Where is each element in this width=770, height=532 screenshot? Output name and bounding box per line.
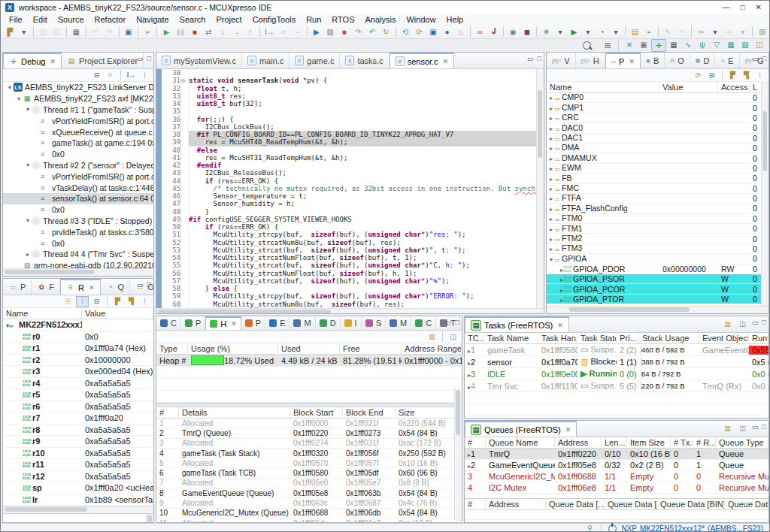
step-return-icon[interactable]: ↑: [244, 26, 257, 38]
twistie-icon[interactable]: ▸: [468, 372, 471, 379]
queue-row[interactable]: 3McuGenericI2C_Mut...0x1fff06881/1Empty0…: [465, 471, 768, 482]
line-number[interactable]: 36: [162, 116, 180, 123]
editor-vscrollbar[interactable]: [536, 69, 544, 308]
register-row[interactable]: 10100101r70x1fff0a20: [3, 413, 153, 425]
tab-console-5-m[interactable]: M: [290, 316, 315, 330]
maximize-view-icon[interactable]: □: [147, 281, 151, 289]
registers-hscrollbar[interactable]: [3, 506, 153, 513]
maximize-window-button[interactable]: □: [741, 3, 745, 11]
peripheral-row[interactable]: ▸⚏CRC0: [547, 113, 768, 123]
alloc-col-details[interactable]: Details: [179, 407, 290, 418]
undo-icon[interactable]: ↶: [89, 26, 102, 38]
menu-project[interactable]: Project: [211, 15, 247, 24]
perspective-save-icon[interactable]: ◫: [753, 39, 766, 50]
minimize-view-icon[interactable]: ▭: [137, 55, 144, 62]
code-line[interactable]: #endif: [189, 162, 544, 169]
refresh-teal-icon[interactable]: ⟲: [399, 26, 412, 38]
forward-dropdown-icon[interactable]: ▾: [737, 26, 750, 38]
tab-console-6-d[interactable]: D: [316, 316, 341, 330]
open-perspective-button[interactable]: ⊞: [601, 40, 614, 51]
coverage-dropdown-icon[interactable]: ▾: [610, 26, 623, 38]
peripheral-row[interactable]: ▸⚏FTFA0: [547, 194, 768, 204]
tab-console-2-h[interactable]: H✕: [205, 316, 241, 330]
detail-vscrollbar[interactable]: [146, 514, 153, 523]
debug-tree-item[interactable]: ≡xQueueReceive() at queue.c:1'422 0xca8: [3, 126, 153, 138]
queue-data-col[interactable]: Queue Data [...: [725, 499, 768, 509]
tab-periph-p[interactable]: ⚏P✕: [605, 53, 641, 68]
periph-col-name[interactable]: Name: [547, 82, 659, 92]
view-menu-icon[interactable]: ⋮: [139, 71, 150, 80]
register-row[interactable]: 10100101r90xa5a5a5a5: [3, 436, 153, 448]
alloc-row[interactable]: 3Allocated0x1fff02740x1fff031f0xac (172 …: [156, 439, 462, 449]
maximize-view-icon[interactable]: □: [456, 319, 459, 326]
queue-row[interactable]: ▸2GameEventQueue0x1fff05e80/320x2 (2 B)0…: [465, 460, 768, 471]
code-line[interactable]: #if configUSE_SEGGER_SYSTEM_VIEWER_HOOKS: [189, 216, 544, 223]
profile-pause-icon[interactable]: ▥: [324, 26, 337, 38]
status-vendor-link[interactable]: NXP: [621, 524, 637, 532]
refresh-icon[interactable]: ⟳: [693, 71, 704, 80]
line-number[interactable]: 41: [162, 154, 180, 162]
debug-tree-item[interactable]: ▾◌Thread #3 3 ("IDLE" : Stopped) (Suspen…: [3, 216, 153, 227]
register-row[interactable]: 10100101r10x1fff0a74 (Hex): [3, 343, 153, 355]
open-folder-icon[interactable]: ▤: [629, 26, 641, 38]
twistie-icon[interactable]: ▸: [468, 360, 471, 367]
queue-row[interactable]: 4I2C Mutex0x1fff06e81/1Empty00Recursive …: [465, 482, 768, 494]
heap-col-free[interactable]: Free: [340, 343, 402, 354]
forward-icon[interactable]: ⇨: [723, 26, 735, 38]
twistie-icon[interactable]: ▾: [15, 95, 23, 102]
queues-col[interactable]: # R...: [693, 437, 716, 448]
queues-col[interactable]: Len...: [602, 437, 627, 448]
line-number[interactable]: 56: [162, 270, 180, 277]
debug-tree-item[interactable]: ▾LSAEMBS_tinyK22_FS23 LinkServer Debug […: [3, 82, 153, 93]
tab-periph-o[interactable]: ⊟O: [665, 53, 690, 68]
menu-search[interactable]: Search: [174, 15, 211, 24]
line-number[interactable]: 42: [162, 162, 180, 169]
twistie-icon[interactable]: ▾: [6, 84, 14, 91]
debug-tree-item[interactable]: ≡0x0: [3, 149, 153, 160]
tab-console-4-e[interactable]: E: [265, 316, 290, 330]
peripheral-row[interactable]: ▸⚏FB0: [547, 174, 768, 183]
periph-col-value[interactable]: Value: [659, 82, 718, 92]
heap-col-range[interactable]: Address Range: [402, 343, 462, 354]
tab-game.c[interactable]: cgame.c: [290, 53, 340, 68]
close-icon[interactable]: ✕: [565, 426, 571, 434]
periph-vscrollbar[interactable]: [761, 81, 768, 306]
columns-icon[interactable]: ▥: [722, 423, 733, 433]
perspective-chip-icon[interactable]: ▦: [667, 39, 681, 50]
register-row[interactable]: 10100101r80xa5a5a5a5: [3, 425, 153, 437]
menu-refactor[interactable]: Refactor: [89, 15, 132, 24]
close-icon[interactable]: ✕: [231, 320, 237, 328]
peripheral-row[interactable]: ▸⚏FTM20: [547, 234, 768, 243]
twistie-icon[interactable]: ▸: [468, 384, 471, 391]
debug-tree-item[interactable]: ▾◌Thread #1 1 ("gameTask" : Suspended) (…: [3, 104, 153, 116]
tab-main.c[interactable]: cmain.c: [242, 53, 290, 68]
alloc-row[interactable]: 10McuGenericI2C_Mutex (Queue)0x1fff06880…: [156, 509, 462, 518]
menu-configtools[interactable]: ConfigTools: [247, 15, 301, 24]
alloc-col-end[interactable]: Block End: [343, 407, 396, 418]
view-menu-icon[interactable]: ⋮: [139, 297, 150, 307]
code-line[interactable]: McuUtility_strcatNumFloat(buf, sizeof(bu…: [189, 270, 544, 277]
perspective-signal-icon[interactable]: ∿: [681, 39, 695, 50]
queue-data-col[interactable]: #: [465, 499, 486, 509]
minimize-view-icon[interactable]: ▭: [752, 55, 759, 62]
tab-periph-d[interactable]: ▦D: [690, 53, 716, 68]
twistie-icon[interactable]: ▾: [24, 217, 32, 224]
instruction-stepping-icon[interactable]: i→: [126, 71, 137, 80]
new-wizard-icon[interactable]: ▛: [4, 26, 17, 38]
line-number[interactable]: 43: [162, 169, 180, 177]
register-row[interactable]: 10100101lr0x1b89 <sensorTask+2...: [3, 494, 153, 506]
tab-registers-p[interactable]: ⚏P: [3, 279, 32, 295]
debug-config-icon[interactable]: ✳: [540, 26, 553, 38]
line-number[interactable]: 34: [162, 100, 180, 107]
annotate-icon[interactable]: ✎: [662, 26, 675, 38]
perspective-tools-icon[interactable]: ✕: [623, 39, 636, 50]
use-step-filters-icon[interactable]: ⌁: [291, 26, 304, 38]
close-window-button[interactable]: ✕: [756, 3, 762, 11]
code-line[interactable]: } else {: [189, 285, 544, 292]
debug-tree-item[interactable]: ≡vTaskDelay() at tasks.c:1'446 0x6c00: [3, 182, 153, 193]
registers-col-name[interactable]: Name: [3, 308, 82, 319]
debug-tree-item[interactable]: ≡vPortYieldFromISR() at port.c:968 0x68f…: [3, 115, 153, 126]
menu-run[interactable]: Run: [301, 15, 326, 24]
line-number[interactable]: 30: [162, 69, 180, 77]
minimize-view-icon[interactable]: ▭: [752, 423, 759, 433]
